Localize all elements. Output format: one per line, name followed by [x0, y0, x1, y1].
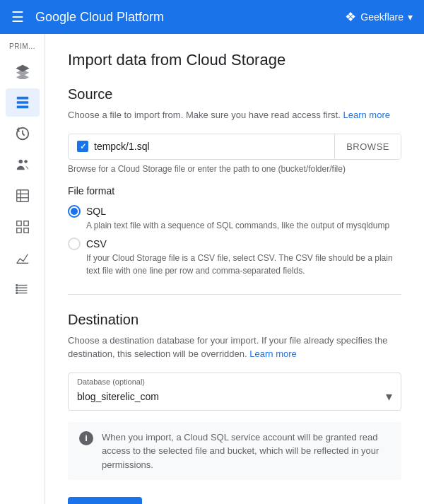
svg-point-20 — [16, 287, 17, 288]
svg-point-21 — [16, 290, 17, 291]
format-label: File format — [68, 185, 401, 197]
svg-point-5 — [24, 160, 28, 163]
sidebar-item-people[interactable] — [6, 151, 40, 179]
format-radio-group: SQL A plain text file with a sequence of… — [68, 205, 401, 277]
sidebar-item-stack[interactable] — [6, 57, 40, 86]
sidebar-item-history[interactable] — [6, 119, 40, 148]
file-input-content: tempck/1.sql — [69, 135, 334, 158]
svg-rect-13 — [23, 228, 28, 233]
source-learn-more-link[interactable]: Learn more — [343, 110, 389, 120]
grid-icon — [15, 219, 30, 235]
database-select-wrapper[interactable]: Database (optional) blog_siterelic_com ▾… — [68, 373, 401, 411]
info-box: i When you import, a Cloud SQL service a… — [68, 422, 401, 481]
destination-section: Destination Choose a destination databas… — [68, 312, 401, 505]
format-sql-radio[interactable] — [68, 205, 81, 218]
actions: IMPORT CANCEL — [68, 497, 401, 504]
chart-icon — [15, 250, 30, 266]
format-csv-item: CSV If your Cloud Storage file is a CSV … — [68, 238, 401, 277]
file-path-value: tempck/1.sql — [94, 141, 150, 152]
source-section-title: Source — [68, 86, 401, 102]
sidebar-item-table[interactable] — [6, 182, 40, 210]
database-icon — [15, 95, 30, 110]
svg-point-19 — [16, 285, 17, 286]
format-sql-item: SQL A plain text file with a sequence of… — [68, 205, 401, 232]
format-csv-label: CSV — [86, 238, 107, 250]
project-selector[interactable]: ❖ Geekflare ▾ — [345, 9, 413, 25]
svg-rect-2 — [16, 106, 28, 109]
project-dropdown-icon: ▾ — [408, 11, 413, 23]
svg-point-22 — [16, 293, 17, 294]
section-divider — [68, 294, 401, 295]
svg-rect-1 — [16, 101, 28, 104]
stack-icon — [15, 64, 30, 79]
people-icon — [15, 157, 30, 172]
svg-rect-11 — [23, 221, 28, 225]
destination-learn-more-link[interactable]: Learn more — [249, 348, 296, 359]
file-input-row: tempck/1.sql BROWSE — [68, 134, 401, 160]
browse-button[interactable]: BROWSE — [334, 134, 401, 159]
file-checked-icon — [77, 141, 88, 152]
header: ☰ Google Cloud Platform ❖ Geekflare ▾ — [0, 0, 424, 34]
menu-icon[interactable]: ☰ — [11, 8, 24, 25]
import-button[interactable]: IMPORT — [68, 497, 142, 504]
sidebar-item-chart[interactable] — [6, 244, 40, 272]
info-text: When you import, a Cloud SQL service acc… — [102, 430, 390, 472]
format-sql-label: SQL — [86, 206, 106, 217]
svg-rect-6 — [16, 190, 28, 202]
project-name: Geekflare — [360, 11, 404, 23]
format-csv-radio[interactable] — [68, 238, 81, 250]
format-sql-radio-row[interactable]: SQL — [68, 205, 401, 218]
page-title: Import data from Cloud Storage — [68, 51, 401, 69]
cancel-button[interactable]: CANCEL — [153, 497, 207, 504]
svg-point-4 — [18, 160, 23, 164]
history-icon — [15, 126, 30, 141]
source-description: Choose a file to import from. Make sure … — [68, 108, 401, 122]
list-icon — [15, 281, 30, 297]
sidebar: PRIM... — [0, 34, 45, 504]
format-csv-radio-row[interactable]: CSV — [68, 238, 401, 250]
app-title: Google Cloud Platform — [35, 10, 334, 25]
sidebar-item-database[interactable] — [6, 88, 40, 117]
table-icon — [15, 188, 30, 204]
layout: PRIM... — [0, 34, 424, 504]
destination-section-title: Destination — [68, 312, 401, 328]
svg-rect-0 — [16, 97, 28, 100]
sidebar-project-label: PRIM... — [0, 40, 45, 52]
main-content: Import data from Cloud Storage Source Ch… — [45, 34, 424, 504]
format-sql-desc: A plain text file with a sequence of SQL… — [86, 219, 401, 232]
project-icon: ❖ — [345, 9, 356, 25]
sidebar-item-grid[interactable] — [6, 213, 40, 241]
destination-description: Choose a destination database for your i… — [68, 334, 401, 361]
format-csv-desc: If your Cloud Storage file is a CSV file… — [86, 252, 401, 277]
svg-rect-12 — [16, 228, 20, 233]
svg-rect-10 — [16, 221, 20, 225]
file-hint-text: Browse for a Cloud Storage file or enter… — [68, 164, 401, 174]
source-section: Source Choose a file to import from. Mak… — [68, 86, 401, 277]
sidebar-item-list[interactable] — [6, 275, 40, 303]
info-icon: i — [79, 431, 93, 445]
